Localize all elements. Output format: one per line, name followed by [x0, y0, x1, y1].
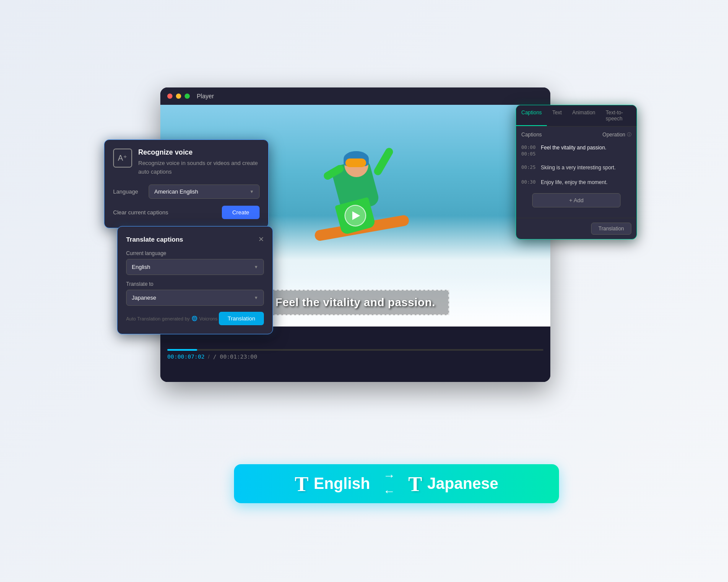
caption-content-2: Skiing is a very interesting sport. — [541, 164, 631, 171]
translation-button[interactable]: Translation — [219, 312, 264, 325]
clear-captions-button[interactable]: Clear current captions — [113, 209, 168, 216]
recognize-icon-box: A⁺ — [113, 149, 132, 168]
caption-time-block: 00:00 00:05 — [521, 144, 536, 157]
tab-text-to-speech[interactable]: Text-to-speech — [601, 105, 637, 126]
translate-panel-title: Translate captions — [126, 236, 183, 243]
voicrons-brand-icon: 🌐 — [192, 316, 198, 321]
language-label: Language — [113, 188, 143, 195]
current-language-value: English — [132, 264, 150, 270]
voice-icon: A⁺ — [118, 153, 127, 163]
translation-banner: T English → ← T Japanese — [234, 464, 559, 503]
create-button[interactable]: Create — [222, 206, 260, 219]
player-titlebar: Player — [160, 87, 550, 105]
tab-animation[interactable]: Animation — [567, 105, 600, 126]
captions-header-row: Captions Operation ⓘ — [521, 132, 631, 138]
time-separator: / — [208, 353, 210, 360]
recognize-text-block: Recognize voice Recognize voice in sound… — [138, 149, 260, 176]
add-caption-button[interactable]: + Add — [532, 193, 620, 207]
timeline-bar: 00:00:07:02 / / 00:01:23:00 — [160, 327, 550, 382]
close-dot[interactable] — [167, 94, 172, 99]
current-language-select[interactable]: English ▼ — [126, 259, 264, 275]
caption-content-3: Enjoy life, enjoy the moment. — [541, 178, 631, 186]
translate-titlebar: Translate captions ✕ — [126, 235, 264, 243]
captions-column-label: Captions — [521, 132, 542, 138]
translate-captions-panel: Translate captions ✕ Current language En… — [117, 226, 273, 334]
captions-translation-button[interactable]: Translation — [591, 223, 631, 235]
auto-translation-text: Auto Translation generated by — [126, 316, 190, 321]
minimize-dot[interactable] — [176, 94, 181, 99]
info-icon: ⓘ — [627, 132, 631, 138]
caption-time-end: 00:05 — [521, 150, 536, 157]
caption-time-3: 00:30 — [521, 178, 536, 185]
dropdown-arrow-icon: ▼ — [250, 189, 254, 194]
current-lang-dropdown-arrow: ▼ — [254, 265, 258, 269]
operation-label: Operation ⓘ — [602, 132, 631, 138]
to-text-icon: T — [408, 472, 422, 496]
voicrons-brand-name: Voicrons — [199, 316, 218, 321]
total-time: / 00:01:23:00 — [213, 353, 257, 360]
current-time: 00:00:07:02 — [167, 353, 205, 360]
translate-to-dropdown-arrow: ▼ — [254, 295, 258, 300]
caption-overlay: Feel the vitality and passion. — [262, 290, 449, 315]
caption-item[interactable]: 00:25 Skiing is a very interesting sport… — [521, 162, 631, 173]
to-language-label: Japanese — [427, 475, 498, 493]
recognize-title: Recognize voice — [138, 149, 260, 156]
caption-time-2: 00:25 — [521, 164, 536, 170]
captions-footer: Translation — [516, 218, 637, 239]
caption-item[interactable]: 00:00 00:05 Feel the vitality and passio… — [521, 142, 631, 158]
maximize-dot[interactable] — [185, 94, 190, 99]
translate-to-label: Translate to — [126, 281, 264, 287]
caption-time-start: 00:00 — [521, 144, 536, 150]
tab-text[interactable]: Text — [547, 105, 567, 126]
translate-to-value: Japanese — [132, 294, 156, 301]
captions-tabs: Captions Text Animation Text-to-speech — [516, 105, 637, 126]
play-button[interactable] — [344, 205, 366, 226]
recognize-description: Recognize voice in sounds or videos and … — [138, 159, 260, 176]
timeline-progress — [167, 349, 197, 351]
player-title: Player — [197, 93, 214, 100]
from-language-label: English — [314, 475, 370, 493]
arm-right — [373, 147, 395, 177]
play-icon — [352, 211, 360, 220]
to-language: T Japanese — [408, 472, 498, 496]
close-icon[interactable]: ✕ — [258, 235, 264, 243]
tab-captions[interactable]: Captions — [516, 105, 547, 126]
from-text-icon: T — [295, 472, 309, 496]
recognize-header: A⁺ Recognize voice Recognize voice in so… — [113, 149, 260, 176]
caption-display-text: Feel the vitality and passion. — [276, 296, 436, 309]
captions-panel: Captions Text Animation Text-to-speech C… — [516, 105, 637, 239]
translation-arrows: → ← — [383, 469, 395, 498]
current-language-label: Current language — [126, 250, 264, 256]
auto-translation-label: Auto Translation generated by 🌐 Voicrons — [126, 316, 218, 321]
timeline-track[interactable] — [167, 349, 543, 351]
recognize-voice-panel: A⁺ Recognize voice Recognize voice in so… — [104, 139, 269, 228]
translate-footer: Auto Translation generated by 🌐 Voicrons… — [126, 312, 264, 325]
caption-time-block-3: 00:30 — [521, 178, 536, 186]
translate-to-select[interactable]: Japanese ▼ — [126, 290, 264, 306]
recognize-actions: Clear current captions Create — [113, 206, 260, 219]
timeline-info: 00:00:07:02 / / 00:01:23:00 — [167, 353, 543, 360]
language-value: American English — [154, 188, 198, 195]
arrow-left-icon: ← — [383, 485, 395, 498]
caption-time-block-2: 00:25 — [521, 164, 536, 171]
scene: Player — [104, 53, 624, 529]
language-dropdown[interactable]: American English ▼ — [149, 184, 260, 199]
caption-item[interactable]: 00:30 Enjoy life, enjoy the moment. — [521, 177, 631, 188]
language-row: Language American English ▼ — [113, 184, 260, 199]
caption-content: Feel the vitality and passion. — [541, 144, 631, 157]
from-language: T English — [295, 472, 370, 496]
captions-body: Captions Operation ⓘ 00:00 00:05 Feel th… — [516, 126, 637, 218]
arrow-right-icon: → — [383, 469, 395, 483]
goggles — [345, 158, 366, 167]
